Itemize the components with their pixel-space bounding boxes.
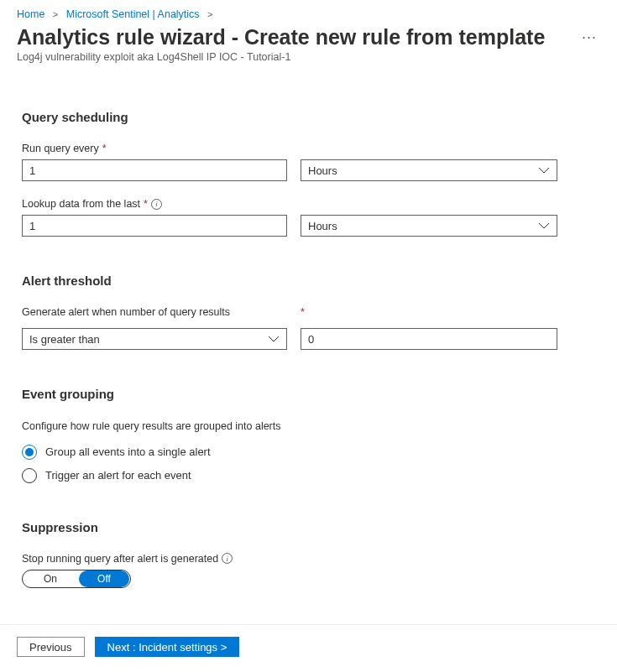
toggle-on: On xyxy=(23,570,78,587)
select-value: Hours xyxy=(308,164,337,177)
info-icon[interactable]: i xyxy=(222,553,233,564)
chevron-down-icon xyxy=(538,222,550,229)
label-text: Run query every xyxy=(22,143,99,154)
radio-label: Trigger an alert for each event xyxy=(45,469,191,482)
chevron-down-icon xyxy=(268,336,280,342)
breadcrumb-sentinel-analytics[interactable]: Microsoft Sentinel | Analytics xyxy=(66,8,200,20)
label-text: Lookup data from the last xyxy=(22,198,140,210)
label-text: Stop running query after alert is genera… xyxy=(22,553,218,565)
run-query-every-unit-select[interactable]: Hours xyxy=(301,159,557,181)
select-value: Hours xyxy=(308,220,337,232)
section-suppression: Suppression xyxy=(22,520,595,534)
required-asterisk: * xyxy=(144,198,148,210)
suppression-label: Stop running query after alert is genera… xyxy=(22,553,595,565)
radio-label: Group all events into a single alert xyxy=(45,445,211,458)
more-menu-button[interactable]: ··· xyxy=(578,29,600,46)
chevron-right-icon: > xyxy=(207,9,212,19)
breadcrumb: Home > Microsoft Sentinel | Analytics > xyxy=(0,0,617,20)
radio-icon xyxy=(22,468,37,483)
alert-threshold-label: Generate alert when number of query resu… xyxy=(22,306,287,318)
next-incident-settings-button[interactable]: Next : Incident settings > xyxy=(95,637,240,657)
label-text: Generate alert when number of query resu… xyxy=(22,306,230,318)
section-event-grouping: Event grouping xyxy=(22,387,595,401)
alert-threshold-operator-select[interactable]: Is greater than xyxy=(22,328,287,350)
suppression-toggle[interactable]: On Off xyxy=(22,570,131,588)
lookup-data-unit-select[interactable]: Hours xyxy=(301,215,557,237)
radio-group-single-alert[interactable]: Group all events into a single alert xyxy=(22,445,595,460)
chevron-down-icon xyxy=(538,167,550,174)
event-grouping-description: Configure how rule query results are gro… xyxy=(22,419,290,435)
run-query-every-input[interactable] xyxy=(22,159,287,181)
section-alert-threshold: Alert threshold xyxy=(22,273,595,288)
toggle-off: Off xyxy=(79,570,129,587)
page-subtitle: Log4j vulnerability exploit aka Log4Shel… xyxy=(0,49,617,63)
previous-button[interactable]: Previous xyxy=(17,637,85,657)
required-asterisk: * xyxy=(301,306,305,318)
lookup-data-input[interactable] xyxy=(22,215,287,237)
alert-threshold-required: * xyxy=(301,306,557,318)
run-query-every-label: Run query every * xyxy=(22,143,595,154)
select-value: Is greater than xyxy=(29,333,100,346)
section-query-scheduling: Query scheduling xyxy=(22,110,595,124)
required-asterisk: * xyxy=(102,143,107,154)
lookup-data-label: Lookup data from the last * i xyxy=(22,198,595,210)
info-icon[interactable]: i xyxy=(151,199,162,210)
radio-trigger-each-event[interactable]: Trigger an alert for each event xyxy=(22,468,595,483)
chevron-right-icon: > xyxy=(53,9,58,19)
wizard-footer: Previous Next : Incident settings > xyxy=(0,624,617,672)
breadcrumb-home[interactable]: Home xyxy=(17,8,44,20)
page-title: Analytics rule wizard - Create new rule … xyxy=(17,25,578,49)
radio-icon xyxy=(22,445,37,460)
alert-threshold-value-input[interactable] xyxy=(301,328,557,350)
